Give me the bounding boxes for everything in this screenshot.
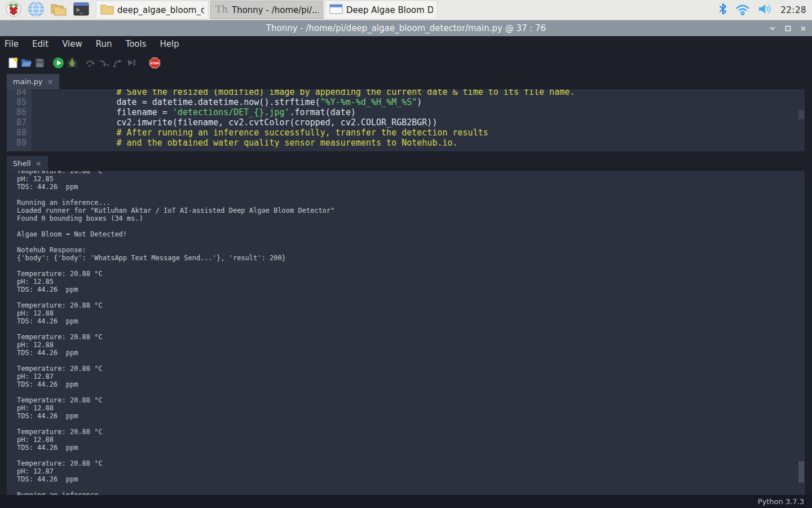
taskbar-window-label: Deep Algae Bloom De... [346, 5, 433, 15]
line-number: 84 [7, 89, 32, 97]
shell-line: pH: 12.85 [17, 278, 335, 286]
step-out-button[interactable] [112, 57, 123, 69]
shell-line: pH: 12.88 [17, 341, 335, 349]
code-line-87: 87 cv2.imwrite(filename, cv2.cvtColor(cr… [7, 117, 575, 128]
taskbar-window-thonny[interactable]: Th Thonny - /home/pi/... [210, 1, 323, 19]
wifi-icon[interactable] [735, 2, 750, 18]
svg-text:>_: >_ [76, 7, 83, 14]
shell-line: Temperature: 20.88 °C [17, 270, 335, 278]
maximize-button[interactable] [784, 25, 791, 32]
shell-line [17, 325, 335, 333]
shell-line: TDS: 44.26 ppm [17, 380, 335, 388]
shell-line [17, 357, 335, 365]
debug-button[interactable] [66, 57, 78, 69]
line-number: 85 [7, 97, 32, 107]
shell-line: pH: 12.88 [17, 404, 335, 412]
shell-line: Temperature: 20.88 °C [17, 365, 335, 373]
code-line-85: 85 date = datetime.datetime.now().strfti… [7, 97, 575, 107]
shell-line: TDS: 44.26 ppm [17, 286, 335, 294]
shell-line: Found 0 bounding boxes (34 ms.) [17, 214, 335, 222]
menu-help[interactable]: Help [160, 39, 179, 49]
shell-line: Notehub Response: [17, 246, 335, 254]
terminal-launcher[interactable]: >_ [70, 1, 92, 20]
shell-line: {'body': {'body': 'WhatsApp Text Message… [17, 254, 335, 262]
code-line-88: 88 # After running an inference successf… [7, 128, 575, 138]
file-manager-launcher[interactable] [47, 1, 70, 20]
stop-button[interactable]: STOP [149, 57, 161, 69]
status-bar: Python 3.7.3 [0, 495, 812, 508]
shell-line: TDS: 44.26 ppm [17, 349, 335, 357]
shell-scrollbar-thumb[interactable] [798, 461, 804, 483]
shell-line: Temperature: 20.88 °C [17, 171, 335, 175]
code-line-84: 84 # Save the resized (modified) image b… [7, 89, 575, 97]
browser-launcher[interactable] [25, 1, 47, 20]
shell-line [17, 452, 335, 459]
tab-label: main.py [13, 77, 43, 86]
minimize-button[interactable] [769, 25, 776, 32]
shell-line: Temperature: 20.88 °C [17, 333, 335, 341]
shell-line [17, 191, 335, 199]
close-button[interactable] [800, 25, 806, 32]
step-into-button[interactable] [98, 57, 110, 69]
taskbar-window-label: deep_algae_bloom_d... [117, 5, 204, 15]
tab-shell[interactable]: Shell × [7, 156, 48, 171]
tab-main-py[interactable]: main.py × [7, 74, 59, 89]
shell-line: Temperature: 20.88 °C [17, 459, 335, 467]
taskbar-window-filemanager[interactable]: deep_algae_bloom_d... [96, 1, 209, 19]
menu-file[interactable]: File [5, 39, 19, 49]
shell-line: TDS: 44.26 ppm [17, 317, 335, 325]
save-button[interactable] [34, 57, 46, 69]
menu-edit[interactable]: Edit [32, 39, 48, 49]
menu-view[interactable]: View [62, 39, 82, 49]
shell-line: TDS: 44.26 ppm [17, 444, 335, 452]
shell-line: TDS: 44.26 ppm [17, 183, 335, 191]
shell-line: TDS: 44.26 ppm [17, 412, 335, 420]
menu-tools[interactable]: Tools [126, 39, 147, 49]
raspberry-pi-icon [6, 1, 21, 19]
toolbar: STOP [0, 52, 162, 73]
shell-line: Algae Bloom ➡ Not Detected! [17, 230, 335, 238]
editor-scrollbar-thumb[interactable] [798, 110, 804, 119]
run-button[interactable] [52, 57, 64, 69]
resume-button[interactable] [125, 57, 137, 69]
line-number: 87 [7, 117, 32, 128]
tab-close-icon[interactable]: × [36, 159, 42, 168]
window-icon [329, 3, 343, 17]
taskbar: >_ deep_algae_bloom_d... Th Thonny - /ho… [0, 0, 812, 20]
shell-line: Temperature: 20.88 °C [17, 428, 335, 436]
code-line-89: 89 # and the obtained water quality sens… [7, 138, 575, 148]
menu-run[interactable]: Run [96, 39, 112, 49]
code-editor[interactable]: 84 # Save the resized (modified) image b… [7, 89, 805, 151]
code-line-86: 86 filename = 'detections/DET_{}.jpg'.fo… [7, 107, 575, 117]
raspberry-menu-button[interactable] [2, 1, 25, 20]
new-file-button[interactable] [7, 57, 19, 69]
shell-line: Temperature: 20.88 °C [17, 396, 335, 404]
editor-lines: 84 # Save the resized (modified) image b… [7, 89, 575, 148]
menu-bar: FileEditViewRunToolsHelp [0, 36, 812, 52]
shell-line [17, 222, 335, 230]
svg-text:Th: Th [215, 3, 228, 15]
bluetooth-icon[interactable] [718, 2, 728, 18]
step-over-button[interactable] [85, 57, 96, 69]
tab-label: Shell [13, 159, 31, 168]
taskbar-window-browser-page[interactable]: Deep Algae Bloom De... [325, 1, 438, 19]
open-file-button[interactable] [20, 57, 32, 69]
shell-line: Loaded runner for "Kutluhan Aktar / IoT … [17, 207, 335, 214]
shell-line: Running an inference... [17, 491, 335, 495]
line-number: 88 [7, 128, 32, 138]
window-title: Thonny - /home/pi/deep_algae_bloom_detec… [266, 23, 546, 33]
shell-line: pH: 12.87 [17, 467, 335, 475]
volume-icon[interactable] [757, 2, 773, 18]
tab-close-icon[interactable]: × [47, 77, 54, 86]
interpreter-version[interactable]: Python 3.7.3 [758, 497, 804, 506]
globe-icon [28, 1, 45, 20]
shell-line [17, 388, 335, 396]
window-titlebar[interactable]: Thonny - /home/pi/deep_algae_bloom_detec… [0, 20, 812, 36]
shell-pane[interactable]: Temperature: 20.88 °CpH: 12.85TDS: 44.26… [7, 171, 805, 495]
shell-tab-row: Shell × [7, 156, 48, 171]
editor-tab-row: main.py × [7, 74, 59, 89]
shell-line [17, 420, 335, 428]
folder-icon [100, 3, 114, 17]
shell-lines: Temperature: 20.88 °CpH: 12.85TDS: 44.26… [7, 171, 335, 495]
clock[interactable]: 22:28 [780, 5, 806, 15]
